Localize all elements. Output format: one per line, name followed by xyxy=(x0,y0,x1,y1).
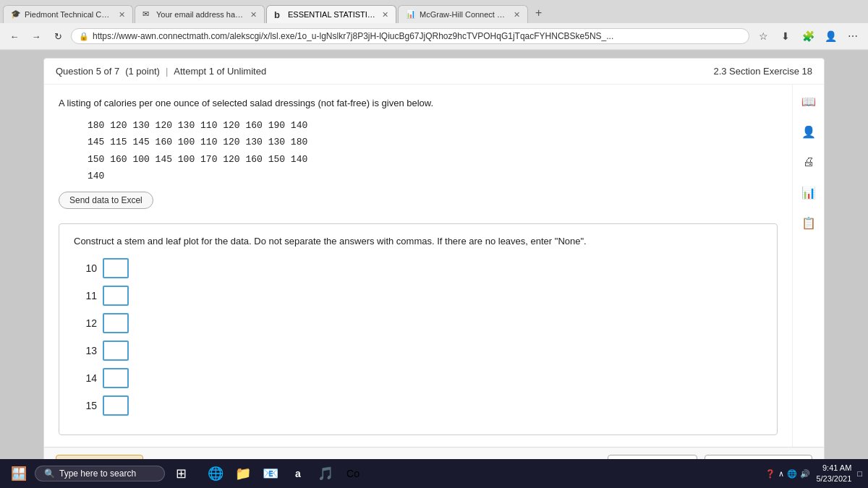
question-info: Question 5 of 7 (1 point) | Attempt 1 of… xyxy=(56,66,266,77)
taskbar-lang-icon: 🌐 xyxy=(787,469,797,479)
data-row-1: 180 120 130 120 130 110 120 160 190 140 xyxy=(88,117,778,134)
address-bar[interactable]: 🔒 https://www-awn.connectmath.com/aleksc… xyxy=(71,28,749,44)
stem-leaf-instruction: Construct a stem and leaf plot for the d… xyxy=(74,236,762,247)
refresh-button[interactable]: ↻ xyxy=(49,27,67,45)
page-content: Question 5 of 7 (1 point) | Attempt 1 of… xyxy=(0,51,868,481)
question-header: Question 5 of 7 (1 point) | Attempt 1 of… xyxy=(44,59,824,85)
new-tab-button[interactable]: + xyxy=(529,3,548,23)
book-icon[interactable]: 📖 xyxy=(798,90,820,112)
tab-favicon-stats: b xyxy=(274,9,284,20)
taskbar-circle-app[interactable]: Co xyxy=(340,461,366,487)
lock-icon: 🔒 xyxy=(79,32,89,41)
question-card: Question 5 of 7 (1 point) | Attempt 1 of… xyxy=(43,58,825,481)
tab-close-piedmont[interactable]: ✕ xyxy=(119,10,125,20)
tab-stats[interactable]: b ESSENTIAL STATISTICS WITH CO ✕ xyxy=(266,5,396,23)
stem-input-10[interactable] xyxy=(103,258,129,278)
question-number: Question 5 of 7 xyxy=(56,66,119,77)
taskbar-right: ❓ ∧ 🌐 🔊 9:41 AM 5/23/2021 □ xyxy=(765,463,862,485)
section-ref: 2.3 Section Exercise 18 xyxy=(713,66,812,77)
tab-close-email[interactable]: ✕ xyxy=(250,10,257,20)
taskbar-edge-app[interactable]: 🌐 xyxy=(203,461,229,487)
browser-actions: ☆ ⬇ 🧩 👤 ⋯ xyxy=(754,27,862,46)
taskbar-search[interactable]: 🔍 Type here to search xyxy=(35,466,165,481)
chevron-up-icon[interactable]: ∧ xyxy=(778,469,784,479)
question-sidebar: 📖 👤 🖨 📊 📋 xyxy=(792,85,824,447)
tab-favicon-email: ✉ xyxy=(142,9,153,20)
clock-time: 9:41 AM xyxy=(816,463,851,474)
stem-input-13[interactable] xyxy=(103,341,129,361)
task-view-button[interactable]: ⊞ xyxy=(168,461,194,487)
back-button[interactable]: ← xyxy=(6,27,23,45)
taskbar-music-app[interactable]: 🎵 xyxy=(312,461,339,487)
data-row-2: 145 115 145 160 100 110 120 130 130 180 xyxy=(88,134,778,150)
send-excel-button[interactable]: Send data to Excel xyxy=(59,192,153,209)
attempt-label: Attempt 1 of Unlimited xyxy=(174,66,266,77)
stem-input-11[interactable] xyxy=(103,286,129,306)
taskbar-clock[interactable]: 9:41 AM 5/23/2021 xyxy=(816,463,851,485)
tab-favicon-connect: 📊 xyxy=(406,9,416,20)
taskbar: 🪟 🔍 Type here to search ⊞ 🌐 📁 📧 a 🎵 Co ❓… xyxy=(0,459,868,488)
taskbar-mail-app[interactable]: 📧 xyxy=(258,461,284,487)
chart-icon[interactable]: 📊 xyxy=(798,181,820,203)
menu-icon[interactable]: ⋯ xyxy=(843,27,862,46)
stem-row-13: 13 xyxy=(74,341,762,361)
stem-input-15[interactable] xyxy=(103,395,129,416)
browser-controls: ← → ↻ 🔒 https://www-awn.connectmath.com/… xyxy=(0,23,868,50)
stem-label-10: 10 xyxy=(74,262,103,274)
search-icon: 🔍 xyxy=(44,468,55,479)
tab-piedmont[interactable]: 🎓 Piedmont Technical College ✕ xyxy=(3,5,133,23)
copy-icon[interactable]: 📋 xyxy=(798,212,820,234)
question-taskbar-icon[interactable]: ❓ xyxy=(765,469,775,479)
download-icon[interactable]: ⬇ xyxy=(776,27,795,46)
stem-label-11: 11 xyxy=(74,290,103,301)
question-points: (1 point) xyxy=(125,66,160,77)
stem-row-15: 15 xyxy=(74,395,762,416)
start-button[interactable]: 🪟 xyxy=(6,461,32,487)
stem-input-12[interactable] xyxy=(103,313,129,333)
stem-row-12: 12 xyxy=(74,313,762,333)
stem-label-15: 15 xyxy=(74,400,103,411)
extensions-icon[interactable]: 🧩 xyxy=(799,27,817,46)
stem-label-12: 12 xyxy=(74,317,103,329)
forward-button[interactable]: → xyxy=(27,27,45,45)
stem-input-14[interactable] xyxy=(103,368,129,388)
tab-title-stats: ESSENTIAL STATISTICS WITH CO xyxy=(288,10,375,19)
tab-title-email: Your email address has been up... xyxy=(156,10,244,19)
tab-close-connect[interactable]: ✕ xyxy=(514,10,520,20)
question-body: A listing of calories per one ounce of s… xyxy=(44,85,824,447)
print-icon[interactable]: 🖨 xyxy=(798,151,820,173)
notification-icon[interactable]: □ xyxy=(857,469,862,478)
stem-leaf-section: Construct a stem and leaf plot for the d… xyxy=(59,223,778,435)
browser-chrome: 🎓 Piedmont Technical College ✕ ✉ Your em… xyxy=(0,0,868,51)
speaker-icon[interactable]: 🔊 xyxy=(800,469,810,479)
tab-favicon-piedmont: 🎓 xyxy=(11,9,21,20)
stem-row-14: 14 xyxy=(74,368,762,388)
person-search-icon[interactable]: 👤 xyxy=(798,121,820,142)
stem-label-14: 14 xyxy=(74,372,103,384)
tab-close-stats[interactable]: ✕ xyxy=(382,10,388,20)
stem-label-13: 13 xyxy=(74,345,103,356)
header-divider: | xyxy=(166,66,168,77)
taskbar-files-app[interactable]: 📁 xyxy=(230,461,256,487)
taskbar-apps: 🌐 📁 📧 a 🎵 Co xyxy=(203,461,366,487)
stem-row-10: 10 xyxy=(74,258,762,278)
taskbar-letter-app[interactable]: a xyxy=(285,461,311,487)
problem-text: A listing of calories per one ounce of s… xyxy=(59,96,778,111)
tab-email[interactable]: ✉ Your email address has been up... ✕ xyxy=(135,5,265,23)
data-row-4: 140 xyxy=(88,168,778,184)
profile-icon[interactable]: 👤 xyxy=(821,27,840,46)
tab-title-connect: McGraw-Hill Connect Math xyxy=(420,10,507,19)
taskbar-sys-icons: ❓ ∧ 🌐 🔊 xyxy=(765,469,810,479)
data-row-3: 150 160 100 145 100 170 120 160 150 140 xyxy=(88,151,778,168)
tab-bar: 🎓 Piedmont Technical College ✕ ✉ Your em… xyxy=(0,0,868,23)
tab-title-piedmont: Piedmont Technical College xyxy=(25,10,112,19)
question-main: A listing of calories per one ounce of s… xyxy=(44,85,792,447)
data-numbers: 180 120 130 120 130 110 120 160 190 140 … xyxy=(88,117,778,185)
clock-date: 5/23/2021 xyxy=(816,474,851,484)
stem-row-11: 11 xyxy=(74,286,762,306)
tab-connect[interactable]: 📊 McGraw-Hill Connect Math ✕ xyxy=(398,5,528,23)
search-placeholder: Type here to search xyxy=(59,468,136,479)
favorites-icon[interactable]: ☆ xyxy=(754,27,773,46)
address-text: https://www-awn.connectmath.com/alekscgi… xyxy=(93,31,613,41)
